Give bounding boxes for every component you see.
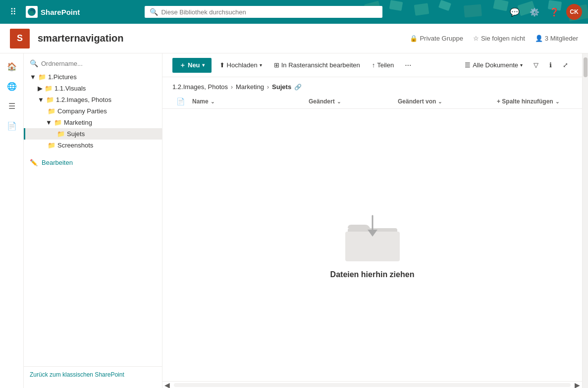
lock-icon: 🔒 (410, 35, 418, 42)
chevron-expand-12images: ▼ (38, 96, 44, 103)
th-changed[interactable]: Geändert ⌄ (305, 95, 394, 108)
sidebar-item-marketing[interactable]: ▼ 📁 Marketing (24, 117, 162, 128)
vertical-scrollbar[interactable] (582, 53, 588, 388)
svg-rect-3 (438, 0, 451, 11)
add-col-chevron-icon: ⌄ (555, 99, 559, 104)
chevron-expand-11visuals: ▶ (38, 85, 43, 92)
members-button[interactable]: 👤 3 Mitglieder (535, 35, 578, 42)
sidebar-item-11visuals[interactable]: ▶ 📁 1.1.Visuals (24, 83, 162, 94)
home-icon[interactable]: 🏠 (3, 57, 21, 75)
sidebar-item-screenshots[interactable]: 📁 Screenshots (24, 140, 162, 151)
svg-rect-4 (464, 4, 482, 17)
top-nav-icons: 💬 ⚙️ ❓ CK (507, 4, 582, 20)
sidebar-item-sujets[interactable]: 📁 Sujets (24, 128, 162, 140)
sidebar-item-label: Sujets (67, 130, 85, 138)
private-group-label: 🔒 Private Gruppe (410, 35, 463, 42)
filter-button[interactable]: ☰ Alle Dokumente ▾ (461, 58, 527, 72)
content-area: ＋ Neu ▾ ⬆ Hochladen ▾ ⊞ In Rasteransicht… (162, 53, 582, 388)
upload-button[interactable]: ⬆ Hochladen ▾ (215, 58, 266, 72)
changed-sort-icon: ⌄ (337, 99, 341, 104)
globe-icon[interactable]: 🌐 (3, 77, 21, 95)
breadcrumb-images-photos[interactable]: 1.2.Images, Photos (172, 83, 228, 91)
person-icon: 👤 (535, 35, 543, 42)
folder-icon-screenshots: 📁 (48, 142, 55, 149)
sidebar-item-label: 1.1.Visuals (54, 85, 86, 92)
scroll-left-btn[interactable]: ◀ (162, 381, 172, 388)
top-navigation: ⠿ SharePoint 🔍 💬 ⚙️ ❓ CK (0, 0, 588, 24)
more-button[interactable]: ··· (402, 58, 414, 73)
funnel-icon: ▽ (534, 61, 538, 69)
sidebar-item-label: 1.2.Images, Photos (56, 96, 111, 103)
info-button[interactable]: ℹ (545, 58, 556, 72)
breadcrumb-marketing[interactable]: Marketing (236, 83, 264, 91)
site-logo: S (10, 29, 30, 48)
new-button[interactable]: ＋ Neu ▾ (172, 58, 212, 73)
edit-icon: ✏️ (30, 159, 38, 166)
expand-button[interactable]: ⤢ (559, 58, 572, 72)
left-nav-tree: 🔍 ▼ 📁 1.Pictures ▶ 📁 1.1.Visuals ▼ 📁 1.2… (24, 53, 162, 388)
help-icon[interactable]: ❓ (546, 4, 562, 20)
sidebar-item-12images[interactable]: ▼ 📁 1.2.Images, Photos (24, 94, 162, 105)
sp-icon-svg (27, 7, 37, 17)
chevron-expand-1pictures: ▼ (30, 73, 36, 81)
folder-icon-11visuals: 📁 (45, 85, 53, 92)
breadcrumb-sep-2: › (267, 84, 269, 91)
waffle-menu-icon[interactable]: ⠿ (6, 5, 20, 19)
chat-icon[interactable]: 💬 (507, 4, 523, 20)
sidebar-item-label: Company Parties (57, 107, 107, 115)
folder-icon-12images: 📁 (46, 96, 54, 103)
name-sort-icon: ⌄ (211, 99, 214, 104)
grid-view-button[interactable]: ⊞ In Rasteransicht bearbeiten (270, 58, 364, 72)
funnel-filter-button[interactable]: ▽ (530, 58, 542, 72)
th-add-column[interactable]: + Spalte hinzufügen ⌄ (493, 95, 572, 108)
empty-state: Dateien hierhin ziehen (162, 109, 582, 381)
left-nav-icon-rail: 🏠 🌐 ☰ 📄 (0, 53, 24, 388)
breadcrumb-sep-1: › (231, 84, 233, 91)
upload-chevron-icon: ▾ (260, 62, 262, 68)
nav-footer: Zurück zum klassischen SharePoint (24, 366, 162, 382)
folder-icon-marketing: 📁 (54, 119, 62, 126)
folder-search-input[interactable] (41, 60, 156, 67)
th-name[interactable]: Name ⌄ (188, 95, 305, 108)
empty-state-label: Dateien hierhin ziehen (330, 270, 415, 279)
sidebar-item-1pictures[interactable]: ▼ 📁 1.Pictures (24, 71, 162, 83)
user-avatar[interactable]: CK (566, 4, 582, 20)
scroll-right-btn[interactable]: ▶ (573, 381, 582, 388)
horizontal-scrollbar[interactable]: ◀ ▶ (162, 381, 582, 388)
expand-icon: ⤢ (563, 61, 568, 69)
info-icon: ℹ (549, 61, 552, 69)
share-link-icon[interactable]: 🔗 (294, 84, 302, 91)
sidebar-item-label: Marketing (64, 119, 92, 126)
star-icon: ☆ (473, 35, 479, 42)
view-selector: ☰ Alle Dokumente ▾ ▽ ℹ ⤢ (461, 58, 572, 72)
site-header: S smarternavigation 🔒 Private Gruppe ☆ S… (0, 24, 588, 53)
folder-icon-company-parties: 📁 (48, 107, 55, 115)
classic-sharepoint-link[interactable]: Zurück zum klassischen SharePoint (30, 371, 124, 378)
sharepoint-name-label: SharePoint (41, 8, 80, 16)
page-icon[interactable]: 📄 (3, 117, 21, 135)
global-search-input[interactable] (161, 8, 377, 16)
share-button[interactable]: ↑ Teilen (368, 58, 398, 72)
follow-button[interactable]: ☆ Sie folgen nicht (473, 35, 525, 42)
share-icon: ↑ (372, 61, 375, 69)
empty-folder-svg (340, 211, 405, 265)
sharepoint-logo[interactable]: SharePoint (26, 6, 80, 18)
filter-icon: ☰ (465, 61, 471, 69)
svg-rect-2 (414, 3, 429, 16)
global-search-box[interactable]: 🔍 (145, 6, 382, 18)
settings-icon[interactable]: ⚙️ (527, 4, 542, 20)
file-placeholder-icon: 📄 (176, 97, 185, 105)
sidebar-item-company-parties[interactable]: 📁 Company Parties (24, 105, 162, 117)
site-title: smarternavigation (38, 33, 123, 44)
scrollbar-thumb (584, 57, 588, 77)
search-icon: 🔍 (150, 8, 158, 16)
main-layout: 🏠 🌐 ☰ 📄 🔍 ▼ 📁 1.Pictures ▶ 📁 1.1.Visuals… (0, 53, 588, 388)
edit-nav-link[interactable]: ✏️ Bearbeiten (24, 155, 162, 170)
breadcrumb: 1.2.Images, Photos › Marketing › Sujets … (162, 77, 582, 95)
svg-rect-1 (389, 0, 403, 11)
list-icon[interactable]: ☰ (3, 97, 21, 115)
th-checkbox[interactable]: 📄 (172, 95, 188, 108)
th-changed-by[interactable]: Geändert von ⌄ (394, 95, 493, 108)
all-docs-chevron-icon: ▾ (520, 62, 523, 68)
changedby-sort-icon: ⌄ (438, 99, 442, 104)
